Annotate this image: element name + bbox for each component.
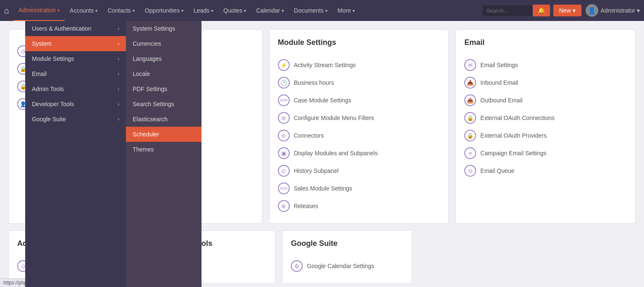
- releases-icon: ⊛: [278, 200, 290, 212]
- card-item-google-calendar[interactable]: ⚙ Google Calendar Settings: [291, 257, 403, 275]
- submenu-elasticsearch[interactable]: Elasticsearch: [126, 112, 202, 127]
- card-item-releases[interactable]: ⊛ Releases: [278, 197, 440, 215]
- card-item-connectors[interactable]: ⊝ Connectors: [278, 127, 440, 144]
- card-email-title: Email: [464, 38, 627, 50]
- submenu-currencies[interactable]: Currencies: [126, 36, 202, 51]
- connectors-icon: ⊝: [278, 130, 290, 141]
- row2-spacer: [419, 230, 636, 284]
- home-icon[interactable]: ⌂: [4, 6, 9, 16]
- new-button[interactable]: New ▾: [553, 5, 581, 16]
- external-oauth-connections-icon: 🔒: [464, 112, 476, 124]
- submenu-pdf-settings[interactable]: PDF Settings: [126, 81, 202, 97]
- card-email: Email ✉ Email Settings 📥 Inbound Email 📤…: [456, 29, 636, 224]
- outbound-email-icon: 📤: [464, 94, 476, 106]
- activity-stream-icon: ⚡: [278, 59, 290, 71]
- business-hours-icon: 🕐: [278, 77, 290, 89]
- card-item-display-modules[interactable]: ▣ Display Modules and Subpanels: [278, 144, 440, 162]
- google-calendar-icon: ⚙: [291, 260, 303, 272]
- sidebar-item-system[interactable]: System ›: [25, 36, 126, 51]
- card-item-configure-module-menu[interactable]: ⊜ Configure Module Menu Filters: [278, 109, 440, 127]
- submenu-locale[interactable]: Locale: [126, 66, 202, 81]
- card-google-suite: Google Suite ⚙ Google Calendar Settings: [282, 230, 412, 284]
- configure-module-menu-icon: ⊜: [278, 112, 290, 124]
- card-item-sales-module[interactable]: AOS Sales Module Settings: [278, 180, 440, 197]
- sidebar-item-users-auth[interactable]: Users & Authentication ›: [25, 21, 126, 36]
- card-item-email-queue[interactable]: ⊙ Email Queue: [464, 162, 627, 180]
- sidebar-item-email[interactable]: Email ›: [25, 66, 126, 81]
- submenu-scheduler[interactable]: Scheduler: [126, 127, 202, 142]
- submenu-system-settings[interactable]: System Settings: [126, 21, 202, 36]
- nav-leads[interactable]: Leads ▾: [188, 0, 218, 21]
- bell-button[interactable]: 🔔: [533, 5, 550, 16]
- display-modules-icon: ▣: [278, 147, 290, 159]
- sidebar-item-developer-tools[interactable]: Developer Tools ›: [25, 97, 126, 112]
- card-item-external-oauth-connections[interactable]: 🔒 External OAuth Connections: [464, 109, 627, 127]
- card-item-history-subpanel[interactable]: ⊙ History Subpanel: [278, 162, 440, 180]
- card-google-suite-title: Google Suite: [291, 239, 403, 251]
- nav-more[interactable]: More ▾: [332, 0, 360, 21]
- nav-accounts[interactable]: Accounts ▾: [65, 0, 103, 21]
- email-settings-icon: ✉: [464, 59, 476, 71]
- nav-quotes[interactable]: Quotes ▾: [218, 0, 251, 21]
- submenu-search-settings[interactable]: Search Settings: [126, 97, 202, 112]
- global-search-input[interactable]: [482, 5, 533, 16]
- external-oauth-providers-icon: 🔒: [464, 130, 476, 141]
- card-module-settings-title: Module Settings: [278, 38, 440, 50]
- history-subpanel-icon: ⊙: [278, 165, 290, 177]
- sales-module-icon: AOS: [278, 183, 290, 194]
- card-item-activity-stream[interactable]: ⚡ Activity Stream Settings: [278, 56, 440, 74]
- system-submenu: System Settings Currencies Languages Loc…: [126, 21, 202, 287]
- user-menu[interactable]: 👤 Administrator ▾: [586, 4, 640, 17]
- card-item-case-module[interactable]: AOP Case Module Settings: [278, 91, 440, 109]
- submenu-themes[interactable]: Themes: [126, 142, 202, 157]
- card-module-settings: Module Settings ⚡ Activity Stream Settin…: [269, 29, 449, 224]
- nav-calendar[interactable]: Calendar ▾: [251, 0, 289, 21]
- inbound-email-icon: 📥: [464, 77, 476, 89]
- sidebar-menu: Users & Authentication › System › Module…: [25, 21, 126, 287]
- nav-administration[interactable]: Administration ▾: [13, 0, 65, 21]
- nav-contacts[interactable]: Contacts ▾: [102, 0, 139, 21]
- card-item-email-settings[interactable]: ✉ Email Settings: [464, 56, 627, 74]
- top-nav: ⌂ Administration ▾ Accounts ▾ Contacts ▾…: [0, 0, 644, 21]
- nav-documents[interactable]: Documents ▾: [289, 0, 332, 21]
- card-item-business-hours[interactable]: 🕐 Business hours: [278, 74, 440, 91]
- card-item-external-oauth-providers[interactable]: 🔒 External OAuth Providers: [464, 127, 627, 144]
- nav-opportunities[interactable]: Opportunities ▾: [140, 0, 188, 21]
- user-avatar: 👤: [586, 4, 598, 17]
- submenu-languages[interactable]: Languages: [126, 51, 202, 66]
- card-item-outbound-email[interactable]: 📤 Outbound Email: [464, 91, 627, 109]
- sidebar-item-admin-tools[interactable]: Admin Tools ›: [25, 81, 126, 97]
- campaign-email-settings-icon: ≡: [464, 147, 476, 159]
- email-queue-icon: ⊙: [464, 165, 476, 177]
- sidebar-item-google-suite[interactable]: Google Suite ›: [25, 112, 126, 127]
- case-module-icon: AOP: [278, 94, 290, 106]
- card-item-campaign-email-settings[interactable]: ≡ Campaign Email Settings: [464, 144, 627, 162]
- sidebar-item-module-settings[interactable]: Module Settings ›: [25, 51, 126, 66]
- card-item-inbound-email[interactable]: 📥 Inbound Email: [464, 74, 627, 91]
